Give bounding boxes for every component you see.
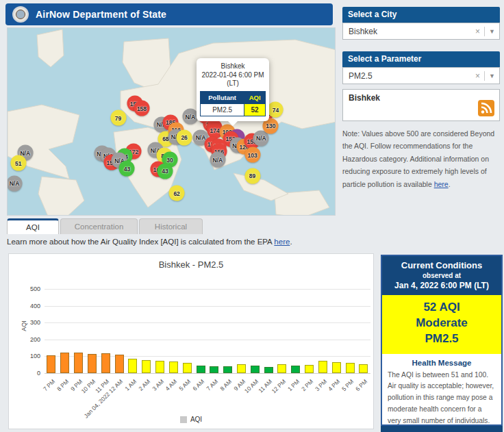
aqi-bar[interactable] xyxy=(142,360,151,373)
popup-datetime: 2022-01-04 6:00 PM xyxy=(200,71,266,80)
x-axis-tick-label: 1 AM xyxy=(123,378,138,392)
aqi-bar[interactable] xyxy=(359,364,368,373)
current-conditions-panel: Current Conditions observed at Jan 4, 20… xyxy=(381,255,503,426)
popup-table: Pollutant AQI PM2.5 52 xyxy=(200,91,266,116)
learn-more-here-link[interactable]: here xyxy=(274,238,290,246)
aqi-marker[interactable]: 51 xyxy=(10,155,26,171)
x-axis-tick-label: 3 PM xyxy=(314,378,328,392)
aqi-bar[interactable] xyxy=(305,365,314,373)
x-axis-tick-label: 6 PM xyxy=(354,378,368,392)
aqi-note: Note: Values above 500 are considered Be… xyxy=(342,127,501,190)
y-axis-label: AQI xyxy=(21,320,27,331)
x-axis-tick-label: 10 PM xyxy=(80,378,97,394)
clear-icon[interactable]: × xyxy=(471,71,485,81)
map-popup: Bishkek 2022-01-04 6:00 PM (LT) Pollutan… xyxy=(197,58,269,121)
aqi-bar[interactable] xyxy=(277,364,286,373)
tab-historical[interactable]: Historical xyxy=(139,218,203,234)
rss-icon[interactable] xyxy=(478,100,494,116)
x-axis-tick-label: 7 PM xyxy=(42,378,56,392)
x-axis-tick-label: 2 AM xyxy=(137,378,151,392)
y-axis-tick: 400 xyxy=(30,303,40,309)
popup-pollutant-value: PM2.5 xyxy=(201,103,244,116)
health-message-title: Health Message xyxy=(382,359,501,367)
current-conditions-title: Current Conditions xyxy=(385,260,499,270)
tab-concentration[interactable]: Concentration xyxy=(60,218,138,234)
aqi-marker[interactable]: 62 xyxy=(169,186,185,201)
aqi-bar[interactable] xyxy=(264,367,273,374)
aqi-bar[interactable] xyxy=(332,362,341,373)
aqi-bar[interactable] xyxy=(237,364,246,373)
select-city-header: Select a City xyxy=(342,7,500,23)
aqi-bar[interactable] xyxy=(223,366,232,373)
y-axis-tick: 500 xyxy=(30,285,40,292)
rss-feed-title: Bishkek xyxy=(349,93,494,103)
y-axis-tick: 100 xyxy=(30,353,40,359)
popup-pollutant-header: Pollutant xyxy=(201,91,244,103)
aqi-bar[interactable] xyxy=(155,361,164,373)
aqi-bar[interactable] xyxy=(251,366,260,373)
current-aqi-category: Moderate xyxy=(385,316,499,331)
note-here-link[interactable]: here xyxy=(434,180,449,188)
aqi-bar[interactable] xyxy=(74,353,83,373)
aqi-bar[interactable] xyxy=(101,353,110,373)
aqi-bar[interactable] xyxy=(60,353,69,373)
world-map[interactable]: 15615879N/A68N/A803017214N/AN/A151N/A431… xyxy=(7,27,336,216)
popup-aqi-value: 52 xyxy=(244,103,266,116)
aqi-bar[interactable] xyxy=(115,355,124,373)
chevron-down-icon[interactable]: ▼ xyxy=(485,28,495,35)
x-axis-tick-label: 1 PM xyxy=(286,378,301,392)
state-department-seal-icon xyxy=(12,6,29,23)
x-axis-tick-label: 2 PM xyxy=(300,378,314,392)
aqi-marker[interactable]: 79 xyxy=(110,110,126,126)
health-message-text: The AQI is between 51 and 100. Air quali… xyxy=(382,370,501,432)
aqi-bar[interactable] xyxy=(169,361,178,373)
aqi-bar[interactable] xyxy=(210,366,218,373)
observed-datetime: Jan 4, 2022 6:00 PM (LT) xyxy=(385,281,499,290)
city-select-value: Bishkek xyxy=(349,27,471,36)
aqi-marker[interactable]: N/A xyxy=(210,152,225,168)
aqi-marker[interactable]: N/A xyxy=(182,109,198,125)
aqi-marker[interactable]: 43 xyxy=(157,163,173,179)
y-axis-tick: 0 xyxy=(37,370,40,377)
x-axis-tick-label: 7 AM xyxy=(205,378,219,392)
city-select[interactable]: Bishkek × ▼ xyxy=(342,23,500,40)
aqi-bar[interactable] xyxy=(183,363,192,373)
x-axis-tick-label: 4 AM xyxy=(164,378,179,392)
aqi-bar[interactable] xyxy=(88,354,97,373)
aqi-bar[interactable] xyxy=(47,355,55,373)
bar-series xyxy=(45,281,370,374)
app-title: AirNow Department of State xyxy=(36,9,166,20)
chart-title: Bishkek - PM2.5 xyxy=(9,259,373,270)
observed-at-label: observed at xyxy=(385,272,499,279)
aqi-marker[interactable]: 103 xyxy=(244,147,260,163)
parameter-select-value: PM2.5 xyxy=(349,71,471,81)
plot-area: 0100200300400500 7 PM8 PM9 PM10 PM11 PMJ… xyxy=(45,281,370,374)
parameter-select[interactable]: PM2.5 × ▼ xyxy=(342,67,500,84)
select-parameter-header: Select a Parameter xyxy=(342,51,500,67)
current-pollutant: PM2.5 xyxy=(385,331,499,347)
clear-icon[interactable]: × xyxy=(471,27,485,36)
aqi-marker[interactable]: 26 xyxy=(177,129,192,145)
y-axis-tick: 200 xyxy=(30,336,40,343)
learn-more-text: Learn more about how the Air Quality Ind… xyxy=(7,238,292,246)
chart-legend: AQI xyxy=(9,416,373,423)
chevron-down-icon[interactable]: ▼ xyxy=(485,73,495,79)
aqi-bar[interactable] xyxy=(318,361,327,373)
aqi-marker[interactable]: N/A xyxy=(7,175,23,191)
aqi-chart: Bishkek - PM2.5 AQI 0100200300400500 7 P… xyxy=(8,253,374,429)
current-conditions-header: Current Conditions observed at Jan 4, 20… xyxy=(382,256,501,295)
x-axis-tick-label: 12 PM xyxy=(270,378,287,394)
aqi-bar[interactable] xyxy=(128,359,137,373)
aqi-bar[interactable] xyxy=(197,366,205,373)
aqi-marker[interactable]: 158 xyxy=(134,101,149,116)
aqi-marker[interactable]: 74 xyxy=(268,102,284,118)
popup-city: Bishkek xyxy=(200,62,266,71)
aqi-marker[interactable]: 89 xyxy=(244,168,260,183)
aqi-bar[interactable] xyxy=(291,366,300,373)
current-aqi-value: 52 AQI xyxy=(385,300,499,316)
popup-aqi-header: AQI xyxy=(244,91,266,103)
x-axis-tick-label: 10 AM xyxy=(243,378,260,394)
aqi-marker[interactable]: 43 xyxy=(119,161,135,177)
tab-aqi[interactable]: AQI xyxy=(7,218,59,234)
aqi-bar[interactable] xyxy=(346,363,355,373)
